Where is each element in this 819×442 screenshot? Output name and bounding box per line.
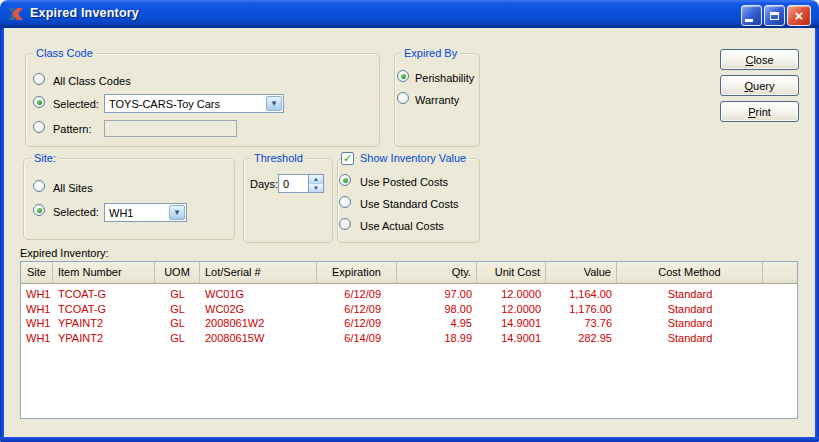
days-spinner[interactable]: 0 ▲ ▼	[278, 174, 324, 193]
site-selected-label: Selected:	[53, 206, 99, 218]
column-header-filler	[763, 262, 797, 283]
cell-site: WH1	[21, 287, 53, 302]
show-inventory-value-checkbox[interactable]: ✓	[341, 152, 354, 165]
cell-qty: 97.00	[397, 287, 477, 302]
cell-item-number: YPAINT2	[53, 331, 155, 346]
column-header-site[interactable]: Site	[21, 262, 53, 283]
site-group-title: Site:	[31, 152, 59, 164]
cell-expiration: 6/12/09	[317, 287, 397, 302]
table-row[interactable]: WH1 TCOAT-G GL WC02G 6/12/09 98.00 12.00…	[21, 302, 797, 317]
cell-cost-method: Standard	[617, 302, 763, 317]
check-icon: ✓	[343, 153, 352, 164]
close-button[interactable]: Close	[720, 49, 799, 70]
minimize-icon	[745, 19, 753, 22]
cell-unit-cost: 12.0000	[477, 302, 546, 317]
query-button[interactable]: Query	[720, 75, 799, 96]
cell-cost-method: Standard	[617, 287, 763, 302]
cell-site: WH1	[21, 316, 53, 331]
cell-value: 1,164.00	[546, 287, 617, 302]
cell-qty: 4.95	[397, 316, 477, 331]
window-controls: ×	[741, 5, 811, 26]
print-button[interactable]: Print	[720, 101, 799, 122]
all-class-codes-label: All Class Codes	[53, 75, 131, 87]
cell-qty: 98.00	[397, 302, 477, 317]
site-group	[23, 158, 235, 240]
cell-site: WH1	[21, 302, 53, 317]
window-border-left	[0, 28, 4, 442]
pattern-input[interactable]	[104, 120, 237, 137]
table-header: Site Item Number UOM Lot/Serial # Expira…	[21, 262, 797, 284]
class-code-combo-value: TOYS-CARS-Toy Cars	[105, 98, 265, 110]
cell-unit-cost: 14.9001	[477, 331, 546, 346]
class-code-combo[interactable]: TOYS-CARS-Toy Cars ▾	[104, 94, 284, 113]
all-sites-label: All Sites	[53, 182, 93, 194]
cell-cost-method: Standard	[617, 316, 763, 331]
expired-inventory-dialog: Expired Inventory × Class Code All Class…	[0, 0, 819, 442]
cell-item-number: YPAINT2	[53, 316, 155, 331]
class-code-pattern-label: Pattern:	[53, 123, 92, 135]
threshold-group	[243, 158, 333, 243]
cell-unit-cost: 14.9001	[477, 316, 546, 331]
expired-by-group-title: Expired By	[401, 47, 460, 59]
warranty-label: Warranty	[415, 94, 459, 106]
perishability-radio[interactable]	[397, 70, 409, 82]
class-code-selected-radio[interactable]	[33, 96, 45, 108]
column-header-cost-method[interactable]: Cost Method	[617, 262, 763, 283]
app-icon	[7, 6, 24, 23]
all-class-codes-radio[interactable]	[33, 73, 45, 85]
spin-down-icon[interactable]: ▼	[309, 183, 323, 192]
all-sites-radio[interactable]	[33, 180, 45, 192]
use-actual-costs-label: Use Actual Costs	[360, 220, 444, 232]
days-value: 0	[279, 175, 308, 192]
days-label: Days:	[250, 178, 278, 190]
use-posted-costs-label: Use Posted Costs	[360, 176, 448, 188]
window-border-right	[815, 28, 819, 442]
site-selected-radio[interactable]	[33, 204, 45, 216]
chevron-down-icon[interactable]: ▾	[266, 96, 282, 111]
titlebar[interactable]: Expired Inventory ×	[0, 0, 819, 28]
cell-value: 282.95	[546, 331, 617, 346]
site-combo-value: WH1	[105, 207, 168, 219]
use-standard-costs-label: Use Standard Costs	[360, 198, 458, 210]
table-row[interactable]: WH1 YPAINT2 GL 20080615W 6/14/09 18.99 1…	[21, 331, 797, 346]
cell-item-number: TCOAT-G	[53, 287, 155, 302]
maximize-button[interactable]	[764, 5, 785, 26]
close-icon: ×	[795, 8, 804, 23]
cell-unit-cost: 12.0000	[477, 287, 546, 302]
cell-uom: GL	[155, 287, 200, 302]
column-header-uom[interactable]: UOM	[155, 262, 200, 283]
class-code-pattern-radio[interactable]	[33, 121, 45, 133]
cell-qty: 18.99	[397, 331, 477, 346]
cell-value: 73.76	[546, 316, 617, 331]
column-header-value[interactable]: Value	[546, 262, 617, 283]
table-row[interactable]: WH1 TCOAT-G GL WC01G 6/12/09 97.00 12.00…	[21, 287, 797, 302]
use-posted-costs-radio[interactable]	[339, 174, 351, 186]
cell-uom: GL	[155, 302, 200, 317]
column-header-expiration[interactable]: Expiration	[317, 262, 397, 283]
inventory-value-group-title: Show Inventory Value	[357, 152, 469, 164]
warranty-radio[interactable]	[397, 92, 409, 104]
use-actual-costs-radio[interactable]	[339, 218, 351, 230]
table-body: WH1 TCOAT-G GL WC01G 6/12/09 97.00 12.00…	[21, 284, 797, 345]
window-title: Expired Inventory	[30, 6, 139, 20]
cell-site: WH1	[21, 331, 53, 346]
column-header-lot-serial[interactable]: Lot/Serial #	[200, 262, 317, 283]
window-border-bottom	[0, 437, 819, 442]
table-row[interactable]: WH1 YPAINT2 GL 2008061W2 6/12/09 4.95 14…	[21, 316, 797, 331]
column-header-unit-cost[interactable]: Unit Cost	[477, 262, 546, 283]
chevron-down-icon[interactable]: ▾	[169, 205, 185, 220]
cell-lot-serial: WC02G	[200, 302, 317, 317]
cell-lot-serial: WC01G	[200, 287, 317, 302]
cell-cost-method: Standard	[617, 331, 763, 346]
column-header-item-number[interactable]: Item Number	[53, 262, 155, 283]
close-window-button[interactable]: ×	[787, 5, 811, 26]
table-label: Expired Inventory:	[20, 247, 109, 259]
site-combo[interactable]: WH1 ▾	[104, 203, 187, 222]
minimize-button[interactable]	[741, 5, 762, 26]
column-header-qty[interactable]: Qty.	[397, 262, 477, 283]
cell-uom: GL	[155, 331, 200, 346]
use-standard-costs-radio[interactable]	[339, 196, 351, 208]
perishability-label: Perishability	[415, 72, 474, 84]
spin-up-icon[interactable]: ▲	[309, 175, 323, 183]
class-code-selected-label: Selected:	[53, 98, 99, 110]
